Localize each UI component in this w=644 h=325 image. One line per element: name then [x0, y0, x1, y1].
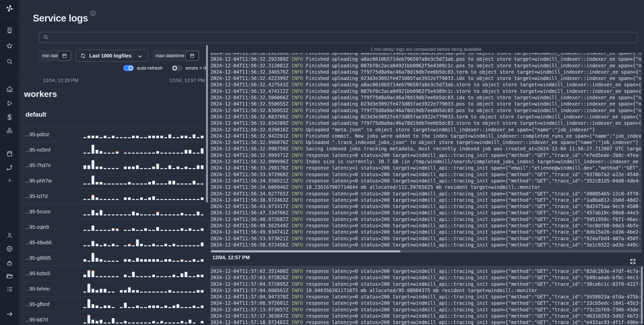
worker-row[interactable]: ...95-phh7w — [24, 173, 205, 189]
search-input[interactable] — [39, 32, 638, 43]
min-calendar-button[interactable] — [58, 51, 71, 60]
user-icon[interactable] — [0, 232, 19, 239]
runs-icon[interactable] — [0, 100, 19, 107]
errors-toggle[interactable] — [172, 65, 182, 71]
activity-bar — [181, 168, 183, 169]
activity-bar — [197, 275, 199, 277]
main-vertical-scrollbar[interactable] — [206, 45, 208, 202]
worker-row[interactable]: ...95-ns5mf — [24, 142, 205, 158]
audit-logs-icon[interactable] — [0, 286, 19, 293]
worker-row[interactable]: ...95-gfbmf — [24, 297, 205, 312]
worker-name: ...95-gfbmf — [25, 297, 50, 312]
workspace-icon[interactable] — [0, 27, 19, 34]
auto-refresh-toggle[interactable] — [123, 65, 134, 71]
worker-row[interactable]: ...95-g8665 — [24, 250, 205, 266]
triggers-icon[interactable] — [0, 164, 19, 171]
activity-bar — [152, 275, 155, 277]
workers-heading: workers — [24, 89, 57, 99]
activity-bar — [83, 137, 86, 138]
activity-bar — [112, 276, 115, 277]
max-datetime-filter[interactable]: max datetime — [152, 50, 200, 62]
chevron-down-icon[interactable] — [137, 53, 143, 60]
activity-bar — [100, 210, 102, 215]
info-icon[interactable] — [90, 10, 96, 17]
activity-bar — [87, 230, 90, 231]
worker-row[interactable]: ...95-brhnn — [24, 281, 205, 297]
log-horizontal-scrollbar[interactable] — [210, 250, 642, 253]
worker-row[interactable]: ...95-5rcsm — [24, 204, 205, 219]
schedules-icon[interactable] — [0, 150, 19, 157]
activity-bar — [156, 164, 159, 169]
activity-bar — [185, 272, 187, 277]
activity-bar — [152, 214, 155, 215]
search-nav-icon[interactable] — [0, 58, 19, 65]
expand-icon[interactable] — [630, 258, 636, 266]
worker-row[interactable]: ...95-zqkt9 — [24, 219, 205, 235]
resources-icon[interactable] — [0, 127, 19, 134]
max-calendar-button[interactable] — [186, 51, 199, 60]
log-line: 2024-12-04T11:56:34.606946Z INFO 18.2361… — [210, 184, 642, 190]
min-datetime-filter[interactable]: min datetime — [39, 50, 72, 62]
service-logs-page: $ — [0, 0, 644, 325]
worker-row[interactable]: ...95-b87rl — [24, 312, 205, 325]
activity-bar — [83, 307, 86, 308]
activity-bar — [185, 261, 187, 262]
activity-bar — [172, 244, 175, 246]
log-panel-current[interactable]: 2024-12-04T11:56:32.292389Z INFO Finishe… — [210, 53, 642, 250]
activity-bar — [176, 292, 179, 293]
activity-bar — [197, 212, 199, 215]
favorites-star-icon[interactable] — [0, 43, 19, 49]
activity-bar — [87, 136, 90, 138]
log-line: 2024-12-04T11:56:32.506066Z INFO Finishe… — [210, 94, 642, 101]
activity-bar — [116, 184, 119, 185]
worker-row[interactable]: ...95-pdtnz — [24, 127, 205, 142]
activity-bar — [168, 276, 171, 277]
settings-icon[interactable] — [0, 245, 19, 252]
worker-row[interactable]: ...95-48w66 — [24, 235, 205, 250]
log-line: 2024-12-04T11:57:13.973057Z INFO respons… — [210, 307, 642, 313]
activity-bar — [181, 292, 183, 293]
activity-bar — [83, 165, 86, 169]
activity-bar — [168, 181, 171, 185]
activity-bar — [156, 136, 159, 138]
activity-bar — [92, 210, 94, 215]
activity-bar — [148, 168, 151, 169]
activity-bar — [172, 153, 175, 154]
log-line: 2024-12-04T11:56:32.999371Z INFO respons… — [210, 152, 642, 158]
collapse-sidebar-icon[interactable] — [0, 311, 19, 318]
activity-bar — [201, 290, 204, 293]
activity-bar — [96, 244, 98, 246]
activity-bar — [193, 259, 195, 262]
log-line: 2024-12-04T11:56:47.334766Z INFO respons… — [210, 210, 642, 216]
log-panel-12-57[interactable]: 2024-12-04T11:57:02.351480Z INFO respons… — [210, 266, 642, 325]
add-icon[interactable] — [0, 177, 19, 184]
activity-bar — [108, 199, 110, 200]
log-panel-2-scrollbar[interactable] — [641, 266, 643, 324]
activity-bar — [168, 245, 171, 246]
log-line: 2024-12-04T11:56:32.939816Z INFO Uploade… — [210, 127, 642, 133]
activity-bar — [108, 230, 110, 231]
activity-bar — [185, 245, 187, 246]
folders-icon[interactable] — [0, 273, 19, 280]
activity-bar — [124, 245, 127, 246]
windmill-logo[interactable] — [0, 4, 19, 13]
worker-row[interactable]: ...95-bzbs5 — [24, 266, 205, 281]
worker-row[interactable]: ...95-7hd7n — [24, 158, 205, 173]
activity-bar — [189, 168, 191, 169]
activity-bar — [193, 181, 195, 185]
activity-bar — [144, 137, 147, 138]
activity-bar — [83, 184, 86, 185]
activity-bar — [104, 261, 106, 262]
workers-icon[interactable] — [0, 260, 19, 267]
activity-bar — [112, 318, 115, 323]
variables-icon[interactable]: $ — [0, 114, 19, 121]
logfiles-dropdown[interactable]: Last 1000 logfiles — [76, 50, 148, 62]
activity-bar — [128, 182, 131, 185]
log-horizontal-scrollbar-thumb[interactable] — [211, 250, 401, 252]
home-icon[interactable] — [0, 86, 19, 92]
activity-bar — [156, 306, 159, 308]
activity-bar — [197, 153, 199, 154]
activity-bar — [176, 184, 179, 185]
worker-row[interactable]: ...95-tzl7d — [24, 189, 205, 204]
activity-bar — [201, 228, 204, 231]
